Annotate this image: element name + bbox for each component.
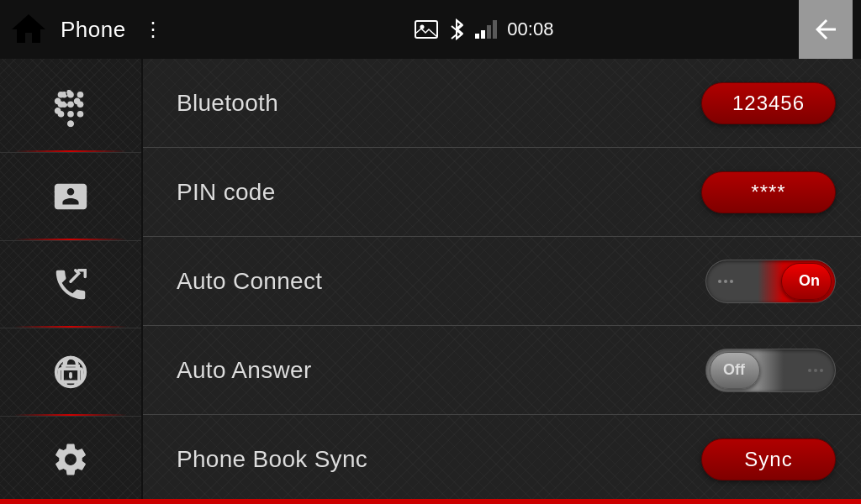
svg-rect-14 [55,200,58,203]
auto-answer-label: Auto Answer [177,357,312,384]
svg-point-6 [67,101,74,108]
svg-rect-0 [415,21,437,38]
status-left: Phone ⋮ [8,9,170,50]
dialpad-icon [51,90,90,129]
auto-answer-row: Auto Answer Off [143,326,861,415]
status-bar: Phone ⋮ 00:08 [0,0,861,59]
auto-answer-toggle-label: Off [723,361,745,379]
svg-point-2 [58,92,65,98]
svg-point-4 [77,92,84,98]
media-icon [415,20,438,39]
status-time: 00:08 [507,18,553,40]
svg-rect-13 [55,195,58,198]
auto-connect-label: Auto Connect [177,268,322,295]
auto-connect-toggle[interactable]: On [705,260,836,303]
calls-icon [51,265,90,304]
contacts-icon [51,177,90,216]
sidebar-item-contacts[interactable] [0,153,141,240]
toggle-dots [718,280,733,283]
bluetooth-row: Bluetooth 123456 [143,59,861,148]
auto-answer-toggle[interactable]: Off [705,349,836,392]
sidebar-item-calls[interactable] [0,241,141,328]
svg-point-8 [58,111,65,118]
main-area: Bluetooth 123456 PIN code **** Auto Conn… [0,59,861,504]
auto-connect-row: Auto Connect On [143,237,861,326]
svg-rect-16 [83,195,87,198]
more-options-icon[interactable]: ⋮ [138,14,170,45]
sidebar-item-sync[interactable] [0,328,141,416]
bluetooth-status-icon [448,18,465,40]
sync-icon [51,353,90,391]
settings-list: Bluetooth 123456 PIN code **** Auto Conn… [143,59,861,504]
signal-icon [475,20,497,39]
settings-content: Bluetooth 123456 PIN code **** Auto Conn… [143,59,861,504]
svg-point-11 [67,120,74,127]
svg-rect-15 [83,190,87,193]
settings-icon [51,440,90,479]
svg-point-3 [67,92,74,98]
phone-book-sync-row: Phone Book Sync Sync [143,415,861,504]
pin-code-label: PIN code [177,179,276,206]
toggle-dots-off [808,369,823,372]
home-button[interactable] [8,9,49,50]
phone-book-sync-label: Phone Book Sync [177,446,367,473]
back-icon [811,14,841,45]
svg-rect-12 [55,190,58,193]
svg-point-7 [77,101,84,108]
svg-point-5 [58,101,65,108]
home-icon [8,9,49,50]
pin-code-value-button[interactable]: **** [701,171,836,213]
back-button[interactable] [799,0,853,59]
bluetooth-label: Bluetooth [177,90,278,117]
sync-button[interactable]: Sync [701,438,836,480]
svg-point-9 [67,111,74,118]
svg-point-10 [77,111,84,118]
pin-code-row: PIN code **** [143,148,861,237]
status-right: 00:08 [415,18,553,40]
bluetooth-value-button[interactable]: 123456 [701,82,836,124]
sidebar-item-settings[interactable] [0,417,141,504]
sidebar-item-dialpad[interactable] [0,66,141,153]
sidebar [0,59,143,504]
page-title: Phone [61,17,126,43]
auto-connect-toggle-label: On [799,272,820,290]
svg-rect-17 [83,200,87,203]
